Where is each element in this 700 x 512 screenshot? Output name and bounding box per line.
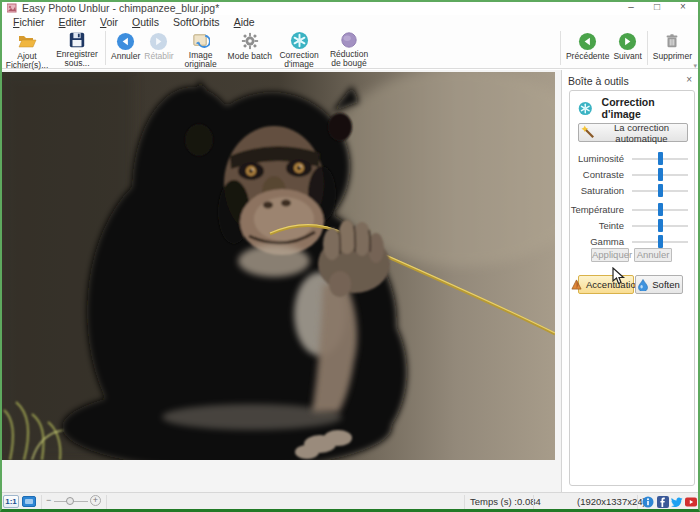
slider-row-contraste: Contraste	[570, 167, 696, 181]
redo-icon	[149, 31, 169, 51]
save-as-button[interactable]: Enregistrer sous...	[52, 30, 102, 68]
slider-row-teinte: Teinte	[570, 218, 696, 232]
window-title: Easy Photo Unblur - chimpanzee_blur.jpg*	[22, 2, 219, 14]
slider-handle[interactable]	[658, 184, 663, 197]
shake-reduction-icon	[339, 31, 359, 49]
previous-icon	[578, 31, 598, 51]
maximize-button[interactable]: □	[644, 0, 670, 15]
toolbar: Ajout Fichier(s)... Enregistrer sous...	[0, 29, 700, 69]
slider-handle[interactable]	[658, 219, 663, 232]
image-resolution: (1920x1337x24)	[577, 496, 646, 507]
facebook-icon[interactable]	[657, 496, 669, 508]
previous-button[interactable]: Précédente	[564, 30, 611, 68]
delete-button[interactable]: Supprimer	[651, 30, 694, 68]
add-files-button[interactable]: Ajout Fichier(s)...	[2, 30, 52, 68]
toolbox-panel: Boîte à outils × Correction d'image	[561, 70, 700, 492]
batch-mode-button[interactable]: Mode batch	[226, 30, 274, 68]
save-icon	[67, 31, 87, 49]
undo-icon	[116, 31, 136, 51]
image-canvas[interactable]	[0, 70, 561, 492]
next-button[interactable]: Suivant	[611, 30, 643, 68]
slider-label: Luminosité	[578, 153, 624, 164]
soften-button[interactable]: Soften	[635, 275, 683, 294]
slider-handle[interactable]	[658, 168, 663, 181]
slider-label: Contraste	[583, 169, 624, 180]
toolbar-separator	[560, 31, 561, 65]
redo-button[interactable]: Rétablir	[142, 30, 175, 68]
temperature-slider[interactable]	[632, 209, 688, 211]
correction-star-icon	[289, 31, 309, 50]
actual-size-button[interactable]: 1:1	[3, 495, 19, 508]
shake-reduction-button[interactable]: Réduction de bougé	[324, 30, 374, 68]
app-icon	[7, 3, 17, 13]
slider-handle[interactable]	[658, 203, 663, 216]
menu-aide[interactable]: Aide	[227, 16, 262, 28]
menu-bar: Fichier Editer Voir Outils SoftOrbits Ai…	[0, 15, 700, 29]
title-bar[interactable]: Easy Photo Unblur - chimpanzee_blur.jpg*…	[0, 0, 700, 15]
toolbox-title: Boîte à outils	[568, 75, 629, 87]
history-photo-icon	[191, 31, 211, 50]
toolbar-right-group: Précédente Suivant	[557, 30, 694, 68]
photo-chimpanzee[interactable]	[2, 72, 555, 460]
open-folder-icon	[17, 31, 37, 51]
auto-correction-button[interactable]: La correction automatique	[578, 123, 688, 142]
toolbar-separator	[647, 31, 648, 65]
teinte-slider[interactable]	[632, 225, 688, 227]
contraste-slider[interactable]	[632, 174, 688, 176]
slider-row-temperature: Température	[570, 202, 696, 216]
slider-row-saturation: Saturation	[570, 183, 696, 197]
original-image-button[interactable]: Image originale	[176, 30, 226, 68]
menu-editer[interactable]: Editer	[52, 16, 93, 28]
fit-to-window-icon[interactable]	[22, 496, 36, 507]
menu-fichier[interactable]: Fichier	[6, 16, 52, 28]
processing-time: Temps (s) :0.084	[470, 496, 541, 507]
zoom-out-icon[interactable]: −	[46, 495, 51, 505]
trash-icon	[662, 31, 682, 51]
slider-label: Saturation	[581, 185, 624, 196]
menu-voir[interactable]: Voir	[93, 16, 125, 28]
mouse-cursor	[612, 267, 626, 285]
correction-groupbox: Correction d'image La correction automat…	[569, 90, 695, 486]
next-icon	[618, 31, 638, 51]
apply-button[interactable]: Appliquer	[591, 248, 629, 262]
app-window: Easy Photo Unblur - chimpanzee_blur.jpg*…	[0, 0, 700, 512]
cancel-button[interactable]: Annuler	[634, 248, 672, 262]
sharpen-icon	[571, 279, 582, 290]
toolbar-separator	[105, 31, 106, 65]
gear-icon	[240, 31, 260, 51]
image-correction-button[interactable]: Correction d'image	[274, 30, 324, 68]
zoom-slider-handle[interactable]	[66, 497, 74, 505]
slider-label: Gamma	[590, 236, 624, 247]
section-title: Correction d'image	[602, 96, 694, 120]
magic-wand-icon	[581, 125, 596, 140]
info-icon[interactable]	[642, 496, 654, 508]
menu-outils[interactable]: Outils	[125, 16, 166, 28]
undo-button[interactable]: Annuler	[109, 30, 142, 68]
luminosite-slider[interactable]	[632, 158, 688, 160]
zoom-in-icon[interactable]: +	[90, 495, 101, 506]
correction-star-icon	[578, 101, 593, 116]
twitter-icon[interactable]	[671, 496, 683, 508]
slider-handle[interactable]	[658, 152, 663, 165]
toolbox-close-icon[interactable]: ×	[686, 75, 692, 85]
menu-softorbits[interactable]: SoftOrbits	[166, 16, 227, 28]
close-button[interactable]: ×	[670, 0, 696, 15]
slider-row-gamma: Gamma	[570, 234, 696, 248]
status-bar: 1:1 − + Temps (s) :0.084 (1920x1337x24)	[0, 492, 700, 510]
youtube-icon[interactable]	[685, 496, 697, 508]
slider-row-luminosite: Luminosité	[570, 151, 696, 165]
toolbar-overflow-icon[interactable]: ▾	[693, 62, 697, 70]
water-drop-icon	[638, 279, 648, 291]
slider-label: Température	[571, 204, 624, 215]
slider-handle[interactable]	[658, 235, 663, 248]
saturation-slider[interactable]	[632, 190, 688, 192]
minimize-button[interactable]: –	[618, 0, 644, 15]
gamma-slider[interactable]	[632, 241, 688, 243]
slider-label: Teinte	[599, 220, 624, 231]
